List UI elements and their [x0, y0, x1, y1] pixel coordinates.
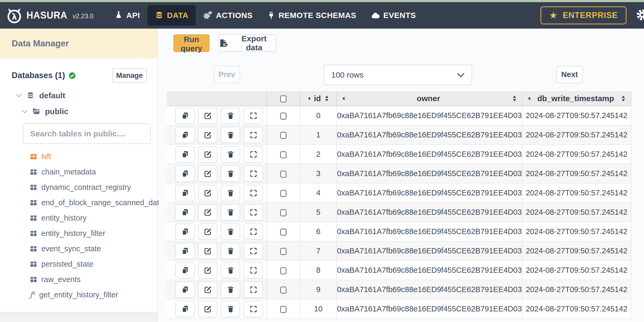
- sidebar-table-item[interactable]: ƒx Nft: [0, 149, 157, 164]
- sidebar-table-item[interactable]: ƒx dynamic_contract_registry: [0, 180, 157, 195]
- row-checkbox[interactable]: [280, 171, 287, 178]
- edit-row-button[interactable]: [198, 146, 217, 163]
- row-checkbox[interactable]: [280, 287, 287, 294]
- sort-icon[interactable]: [512, 95, 517, 102]
- row-checkbox[interactable]: [280, 151, 287, 158]
- row-checkbox[interactable]: [280, 306, 287, 313]
- delete-row-button[interactable]: [221, 127, 240, 143]
- expand-row-button[interactable]: [244, 108, 263, 124]
- chevron-down-icon[interactable]: [22, 110, 28, 113]
- edit-row-button[interactable]: [198, 108, 217, 124]
- delete-row-button[interactable]: [221, 243, 240, 259]
- delete-row-button[interactable]: [221, 301, 240, 317]
- sidebar-table-item[interactable]: ƒx entity_history_filter: [0, 226, 157, 241]
- delete-row-button[interactable]: [221, 281, 240, 298]
- select-all-checkbox[interactable]: [280, 95, 287, 102]
- sidebar-table-item[interactable]: ƒx chain_metadata: [0, 164, 157, 180]
- search-input[interactable]: [23, 123, 151, 144]
- edit-row-button[interactable]: [198, 204, 217, 221]
- prev-page-button[interactable]: Prev: [214, 66, 240, 83]
- delete-row-button[interactable]: [221, 185, 240, 201]
- edit-row-button[interactable]: [198, 281, 217, 298]
- collapse-column-icon[interactable]: [342, 96, 345, 101]
- copy-row-button[interactable]: [175, 243, 195, 259]
- expand-row-button[interactable]: [244, 127, 263, 143]
- row-checkbox[interactable]: [280, 190, 287, 197]
- row-checkbox[interactable]: [280, 209, 287, 216]
- sidebar-table-item[interactable]: ƒx entity_history: [0, 210, 157, 226]
- column-header-owner[interactable]: owner: [337, 91, 522, 106]
- nav-item-events[interactable]: EVENTS: [364, 5, 423, 26]
- settings-gear-icon[interactable]: [636, 9, 644, 22]
- nav-item-api[interactable]: API: [107, 5, 147, 26]
- copy-row-button[interactable]: [175, 166, 195, 182]
- copy-icon: [181, 305, 189, 313]
- sidebar-table-item[interactable]: ƒx raw_events: [0, 272, 157, 287]
- hasura-logo[interactable]: λ HASURA v2.23.0: [6, 7, 93, 24]
- run-query-button[interactable]: Run query: [173, 34, 209, 52]
- row-checkbox[interactable]: [280, 229, 287, 236]
- row-checkbox[interactable]: [280, 113, 287, 120]
- tree-node-public[interactable]: public: [22, 107, 157, 116]
- expand-row-button[interactable]: [244, 146, 263, 163]
- manage-button[interactable]: Manage: [112, 68, 147, 83]
- nav-item-remote-schemas[interactable]: REMOTE SCHEMAS: [260, 5, 364, 26]
- next-page-button[interactable]: Next: [556, 66, 583, 83]
- expand-row-button[interactable]: [244, 301, 263, 317]
- row-actions: [167, 204, 266, 221]
- copy-row-button[interactable]: [175, 108, 195, 124]
- tree-node-default[interactable]: default: [16, 91, 157, 100]
- expand-row-button[interactable]: [244, 204, 263, 221]
- row-checkbox[interactable]: [280, 267, 287, 274]
- sort-icon[interactable]: [621, 95, 626, 102]
- copy-row-button[interactable]: [175, 185, 195, 201]
- enterprise-button[interactable]: ★ ENTERPRISE: [540, 6, 627, 24]
- copy-row-button[interactable]: [175, 262, 195, 279]
- delete-row-button[interactable]: [221, 262, 240, 279]
- expand-row-button[interactable]: [244, 262, 263, 279]
- column-header-id[interactable]: id: [300, 91, 337, 106]
- export-data-button[interactable]: Export data: [219, 34, 276, 52]
- expand-row-button[interactable]: [244, 223, 263, 240]
- sidebar-table-label: chain_metadata: [41, 168, 96, 176]
- delete-row-button[interactable]: [221, 108, 240, 124]
- sidebar-table-item[interactable]: ƒx event_sync_state: [0, 241, 157, 256]
- trash-icon: [227, 227, 235, 236]
- table-row: 1 0xaBA7161A7fb69c88e16ED9f455CE62B791EE…: [167, 125, 631, 145]
- edit-row-button[interactable]: [198, 166, 217, 182]
- sidebar-table-item[interactable]: ƒx end_of_block_range_scanned_data: [0, 195, 157, 210]
- copy-row-button[interactable]: [175, 281, 195, 298]
- edit-row-button[interactable]: [198, 262, 217, 279]
- collapse-column-icon[interactable]: [527, 96, 531, 101]
- rows-per-page-select[interactable]: 100 rows: [324, 65, 472, 85]
- copy-row-button[interactable]: [175, 127, 195, 143]
- chevron-down-icon[interactable]: [16, 94, 22, 97]
- nav-item-actions[interactable]: ACTIONS: [196, 5, 260, 26]
- edit-row-button[interactable]: [198, 243, 217, 259]
- row-checkbox[interactable]: [280, 248, 287, 255]
- copy-row-button[interactable]: [175, 146, 195, 163]
- copy-row-button[interactable]: [175, 223, 195, 240]
- delete-row-button[interactable]: [221, 166, 240, 182]
- trash-icon: [227, 169, 235, 178]
- sidebar-table-item[interactable]: ƒx persisted_state: [0, 256, 157, 272]
- delete-row-button[interactable]: [221, 146, 240, 163]
- delete-row-button[interactable]: [221, 204, 240, 221]
- edit-row-button[interactable]: [198, 127, 217, 143]
- edit-row-button[interactable]: [198, 301, 217, 317]
- delete-row-button[interactable]: [221, 223, 240, 240]
- collapse-column-icon[interactable]: [307, 96, 311, 101]
- sort-icon[interactable]: [324, 95, 329, 102]
- sidebar-table-item[interactable]: ƒx get_entity_history_filter: [0, 287, 157, 302]
- copy-row-button[interactable]: [175, 204, 195, 221]
- expand-row-button[interactable]: [244, 185, 263, 201]
- expand-row-button[interactable]: [244, 281, 263, 298]
- expand-row-button[interactable]: [244, 166, 263, 182]
- row-checkbox[interactable]: [280, 132, 287, 139]
- nav-item-data[interactable]: DATA: [147, 5, 196, 26]
- edit-row-button[interactable]: [198, 223, 217, 240]
- copy-row-button[interactable]: [175, 301, 195, 317]
- edit-row-button[interactable]: [198, 185, 217, 201]
- expand-row-button[interactable]: [244, 243, 263, 259]
- column-header-db-write-timestamp[interactable]: db_write_timestamp: [522, 91, 631, 106]
